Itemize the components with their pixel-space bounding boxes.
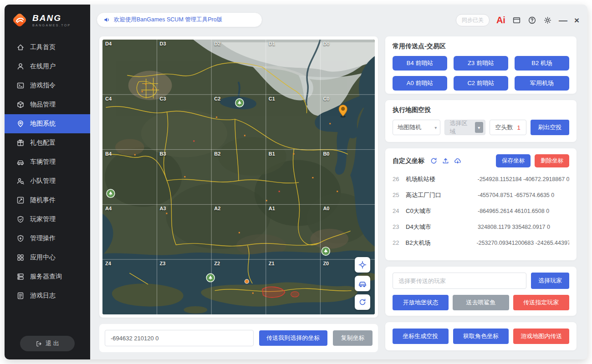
sidebar-item-admin-operations[interactable]: 管理操作 [5,229,90,248]
generate-airdrop-button[interactable]: 坐标生成空投 [393,329,449,344]
sidebar-item-game-commands[interactable]: 游戏指令 [5,76,90,95]
sidebar-item-label: 工具首页 [30,43,56,51]
teleport-point-button[interactable]: A0 前哨站 [393,76,447,91]
teleport-point-button[interactable]: B2 机场 [515,56,569,71]
spawn-airdrop-button[interactable]: 刷出空投 [531,120,569,135]
server-icon [16,273,25,281]
sidebar-item-random-events[interactable]: 随机事件 [5,191,90,210]
sidebar-item-server-query[interactable]: 服务器查询 [5,267,90,286]
center-map-button[interactable] [355,257,370,273]
vehicle-locate-button[interactable] [355,276,370,291]
logout-button[interactable]: 退 出 [20,336,75,351]
logout-icon [36,340,42,347]
sync-coords-button[interactable] [430,157,438,165]
game-map[interactable]: D4D3D2D1D0 C4C3C2C1C0 B4B3B2B1B0 A4A3A2A… [102,40,375,314]
shield-icon [16,215,25,223]
coordinate-bar: 传送我到选择的坐标 复制坐标 [99,324,378,352]
upload-coords-button[interactable] [442,157,449,165]
sidebar-item-label: 车辆管理 [30,158,56,166]
open-bunker-button[interactable]: 开放地堡状态 [393,295,449,310]
map-select[interactable]: 地图随机 ▾ [393,120,440,135]
sidebar-item-game-logs[interactable]: 游戏日志 [5,286,90,305]
help-button[interactable] [528,16,536,25]
sidebar-item-label: 物品管理 [30,101,56,109]
right-panel: 常用传送点-交易区 B4 前哨站 Z3 前哨站 B2 机场 A0 前哨站 C2 … [385,36,577,350]
help-icon [528,16,536,25]
sidebar-item-player-management[interactable]: 玩家管理 [5,210,90,229]
chevron-down-icon: ▾ [475,122,483,133]
sidebar-item-gift-config[interactable]: 礼包配置 [5,133,90,152]
coordinate-row[interactable]: 23 D4大城市 324808.1179 335482.0917 0 [393,219,569,235]
teleport-player-button[interactable]: 传送指定玩家 [513,295,569,310]
airdrop-count-box[interactable]: 空头数 1 [490,120,526,135]
sidebar-item-label: 管理操作 [30,234,56,243]
coordinate-row[interactable]: 22 B2大机场 -253270.09341200683 -24265.4439… [393,235,569,251]
teleport-point-button[interactable]: 军用机场 [515,76,569,91]
sidebar-menu: 工具首页 在线用户 游戏指令 物品管理 地图系统 礼包配置 [5,38,90,359]
sidebar-item-app-center[interactable]: 应用中心 [5,248,90,267]
settings-button[interactable] [543,16,552,25]
coordinate-row[interactable]: 26 机场航站楼 -254928.1152184 -40672.2918867 … [393,171,569,187]
map-terrain[interactable] [102,40,375,314]
teleport-point-button[interactable]: B4 前哨站 [393,56,447,71]
sidebar-item-map-system[interactable]: 地图系统 [5,114,90,133]
teleport-point-button[interactable]: C2 前哨站 [454,76,508,91]
coords-toolbar [430,157,462,165]
close-button[interactable]: × [574,16,579,25]
airdrop-count-value: 1 [517,124,521,131]
ingame-map-teleport-button[interactable]: 游戏地图内传送 [513,329,569,344]
region-select[interactable]: 选择区域 ▾ [444,120,485,135]
green-poi-marker[interactable] [107,189,115,197]
feed-shark-button[interactable]: 送去喂鲨鱼 [453,295,509,310]
select-player-button[interactable]: 选择玩家 [531,273,569,289]
teleport-to-coordinate-button[interactable]: 传送我到选择的坐标 [259,330,327,346]
sidebar: BANG BANGAMES.TOP 工具首页 在线用户 游戏指令 物品管理 [5,5,90,359]
green-poi-marker[interactable] [235,99,244,107]
sidebar-item-vehicle-management[interactable]: 车辆管理 [5,152,90,172]
coord-row-name: B2大机场 [406,239,477,247]
copy-coordinate-button[interactable]: 复制坐标 [333,330,373,346]
get-character-coords-button[interactable]: 获取角色坐标 [453,329,509,344]
delete-coordinate-button[interactable]: 删除坐标 [535,154,569,167]
refresh-map-button[interactable] [355,294,370,310]
airdrop-count-label: 空头数 [495,123,513,131]
coordinate-row[interactable]: 25 高达工厂门口 -455704.8751 -657574.6635 0 [393,187,569,203]
sync-status-pill[interactable]: 同步已关 [456,14,490,26]
coordinate-input[interactable] [105,330,254,346]
teleport-point-button[interactable]: Z3 前哨站 [454,56,508,71]
sidebar-item-item-management[interactable]: 物品管理 [5,95,90,114]
logo-mark-icon [11,11,28,29]
car-icon [358,279,367,288]
sidebar-item-label: 随机事件 [30,196,56,204]
green-poi-marker[interactable] [206,273,214,282]
custom-coordinates-card: 自定义坐标 保存坐标 删除坐标 26 机场航站楼 -254928.1152184… [385,148,577,260]
coord-row-id: 26 [393,176,406,182]
minimize-button[interactable]: — [559,16,567,25]
coord-row-name: 高达工厂门口 [406,191,478,199]
coord-row-value: -455704.8751 -657574.6635 0 [478,192,554,198]
window-icon-button[interactable] [512,16,521,25]
announcement-text: 欢迎使用BanGames SCUM 管理工具Pro版 [114,16,222,24]
orange-poi-marker[interactable] [245,279,249,283]
app-logo: BANG BANGAMES.TOP [5,5,90,34]
player-select-input[interactable] [393,273,526,289]
green-poi-marker[interactable] [322,247,330,255]
vehicle-icon [16,158,25,166]
coord-row-name: 机场航站楼 [406,175,478,183]
announcement-banner[interactable]: 欢迎使用BanGames SCUM 管理工具Pro版 [97,12,262,27]
cloud-download-icon [454,157,462,165]
brand-name: BANG [32,14,71,22]
sidebar-item-online-users[interactable]: 在线用户 [5,57,90,76]
sidebar-item-label: 应用中心 [30,253,56,262]
sidebar-item-label: 礼包配置 [30,139,56,147]
player-teleport-card: 选择玩家 开放地堡状态 送去喂鲨鱼 传送指定玩家 [385,267,577,316]
sidebar-item-squad-management[interactable]: 小队管理 [5,172,90,191]
save-coordinate-button[interactable]: 保存坐标 [496,154,531,167]
teleport-points-card: 常用传送点-交易区 B4 前哨站 Z3 前哨站 B2 机场 A0 前哨站 C2 … [385,36,577,94]
map-pin-icon [16,120,25,128]
ai-button[interactable]: Ai [496,15,505,25]
coordinate-row[interactable]: 24 C0大城市 -864965.2614 46101.6508 0 [393,203,569,219]
section-title: 常用传送点-交易区 [393,42,569,51]
sidebar-item-home[interactable]: 工具首页 [5,38,90,57]
cloud-download-button[interactable] [454,157,462,165]
